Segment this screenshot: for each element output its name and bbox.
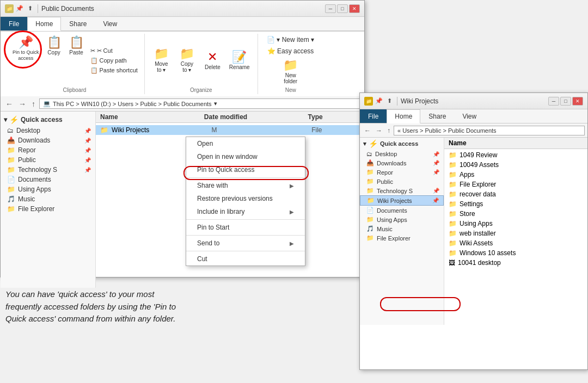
- ctx-cut[interactable]: Cut: [186, 252, 305, 265]
- tab-home[interactable]: Home: [27, 17, 61, 31]
- sidebar-item-documents[interactable]: 📄 Documents: [1, 175, 95, 184]
- up-button[interactable]: ↑: [30, 99, 37, 109]
- second-sidebar-item-tech[interactable]: 📁 Technology S 📌: [360, 186, 444, 195]
- sidebar-item-file-explorer[interactable]: 📁 File Explorer: [1, 204, 95, 214]
- sidebar-item-repor[interactable]: 📁 Repor 📌: [1, 145, 95, 155]
- address-path[interactable]: 💻 This PC > WIN10 (D:) > Users > Public …: [39, 98, 361, 109]
- ctx-include-library[interactable]: Include in library ▶: [186, 205, 305, 218]
- copy-button-icon: 📋: [47, 36, 62, 48]
- paste-shortcut-label: Paste shortcut: [100, 67, 138, 73]
- file-name: Store: [460, 210, 475, 218]
- ribbon-tabs: File Home Share View: [1, 17, 364, 30]
- sidebar-item-downloads[interactable]: 📥 Downloads 📌: [1, 135, 95, 145]
- paste-shortcut-button[interactable]: 📋 Paste shortcut: [88, 66, 140, 75]
- back-button[interactable]: ←: [363, 126, 372, 135]
- file-item-file-explorer[interactable]: 📁 File Explorer: [444, 180, 587, 189]
- maximize-button[interactable]: □: [337, 4, 348, 13]
- new-item-button[interactable]: 📄 ▾ New item ▾: [265, 35, 316, 45]
- back-button[interactable]: ←: [4, 99, 15, 109]
- folder-icon: 📁: [449, 239, 457, 247]
- maximize-button[interactable]: □: [560, 97, 571, 106]
- second-sidebar-item-desktop[interactable]: 🗂 Desktop 📌: [360, 150, 444, 158]
- ctx-restore[interactable]: Restore previous versions: [186, 192, 305, 205]
- close-button[interactable]: ✕: [572, 97, 583, 106]
- easy-access-button[interactable]: ⭐ Easy access: [265, 46, 316, 56]
- col-date-header: Date modified: [204, 113, 308, 121]
- file-item-apps[interactable]: 📁 Apps: [444, 170, 587, 180]
- second-sidebar-item-using-apps[interactable]: 📁 Using Apps: [360, 215, 444, 224]
- copy-path-button[interactable]: 📋 Copy path: [88, 56, 140, 65]
- file-item-10041-desktop[interactable]: 🖼 10041 desktop: [444, 258, 587, 268]
- file-name: Settings: [460, 200, 483, 208]
- file-item-using-apps[interactable]: 📁 Using Apps: [444, 219, 587, 228]
- tab-view[interactable]: View: [95, 17, 125, 30]
- file-item-store[interactable]: 📁 Store: [444, 209, 587, 219]
- second-sidebar-item-downloads[interactable]: 📥 Downloads 📌: [360, 158, 444, 168]
- ctx-share-with[interactable]: Share with ▶: [186, 179, 305, 192]
- file-item-wiki-assets[interactable]: 📁 Wiki Assets: [444, 238, 587, 248]
- minimize-button[interactable]: ─: [325, 4, 336, 13]
- move-to-button[interactable]: 📁 Moveto ▾: [149, 46, 174, 75]
- tab-view[interactable]: View: [454, 109, 485, 123]
- paste-button[interactable]: 📋 Paste: [66, 35, 87, 57]
- ctx-share-label: Share with: [197, 182, 228, 189]
- file-item-1049-review[interactable]: 📁 1049 Review: [444, 150, 587, 160]
- sidebar-item-label: Desktop: [16, 127, 40, 134]
- lightning-icon: ⚡: [9, 115, 19, 124]
- second-sidebar-item-wiki-projects[interactable]: 📁 Wiki Projects 📌: [360, 195, 444, 206]
- forward-button[interactable]: →: [374, 126, 384, 135]
- close-button[interactable]: ✕: [349, 4, 360, 13]
- minimize-button[interactable]: ─: [548, 97, 559, 106]
- sidebar-item-desktop[interactable]: 🗂 Desktop 📌: [1, 126, 95, 135]
- folder-icon: 📁: [5, 4, 14, 13]
- sidebar-item-using-apps[interactable]: 📁 Using Apps: [1, 184, 95, 194]
- file-item-wiki-projects[interactable]: 📁 Wiki Projects M File: [96, 125, 364, 135]
- tab-share[interactable]: Share: [61, 17, 95, 30]
- second-title-bar-sep: [397, 97, 397, 106]
- delete-button[interactable]: ✕ Delete: [200, 50, 225, 72]
- folder-icon: 📄: [366, 207, 374, 214]
- main-window-title: Public Documents: [41, 5, 322, 13]
- ctx-pin-start[interactable]: Pin to Start: [186, 221, 305, 234]
- second-sidebar-item-music[interactable]: 🎵 Music: [360, 224, 444, 233]
- copy-to-button[interactable]: 📁 Copyto ▾: [175, 46, 199, 75]
- address-text: This PC > WIN10 (D:) > Users > Public > …: [53, 101, 212, 107]
- file-item-windows-10-assets[interactable]: 📁 Windows 10 assets: [444, 248, 587, 258]
- pin-indicator: 📌: [433, 169, 439, 175]
- tab-file[interactable]: File: [1, 17, 27, 30]
- sidebar-item-music[interactable]: 🎵 Music: [1, 194, 95, 204]
- second-sidebar-section-quick-access[interactable]: ▾ ⚡ Quick access: [360, 138, 444, 150]
- folder-icon: 📁: [366, 187, 374, 194]
- up-button[interactable]: ↑: [385, 126, 392, 135]
- file-item-recover-data[interactable]: 📁 recover data: [444, 189, 587, 199]
- new-folder-button[interactable]: 📁 Newfolder: [278, 58, 303, 86]
- second-address-path[interactable]: « Users > Public > Public Documents: [394, 126, 585, 135]
- ctx-open[interactable]: Open: [186, 137, 305, 150]
- ctx-pin-quick-access[interactable]: Pin to Quick access: [186, 163, 305, 176]
- sidebar-item-public[interactable]: 📁 Public 📌: [1, 155, 95, 165]
- ctx-arrow-icon: ▶: [290, 183, 294, 189]
- rename-button[interactable]: 📝 Rename: [226, 50, 253, 72]
- file-item-settings[interactable]: 📁 Settings: [444, 199, 587, 209]
- tab-share[interactable]: Share: [420, 109, 454, 123]
- copy-button[interactable]: 📋 Copy: [44, 35, 65, 86]
- second-sidebar-item-repor[interactable]: 📁 Repor 📌: [360, 168, 444, 177]
- copy-button-label: Copy: [47, 50, 60, 55]
- sidebar-item-tech[interactable]: 📁 Technology S 📌: [1, 165, 95, 175]
- pin-to-quick-access-button[interactable]: 📌 Pin to Quickaccess: [9, 35, 42, 86]
- tab-home[interactable]: Home: [387, 109, 420, 123]
- file-name: Using Apps: [460, 220, 493, 227]
- second-sidebar-item-documents[interactable]: 📄 Documents: [360, 206, 444, 215]
- ctx-send-to[interactable]: Send to ▶: [186, 237, 305, 250]
- ctx-open-new-window[interactable]: Open in new window: [186, 150, 305, 163]
- forward-button[interactable]: →: [17, 99, 28, 109]
- file-item-web-installer[interactable]: 📁 web installer: [444, 228, 587, 238]
- second-sidebar-item-file-explorer[interactable]: 📁 File Explorer: [360, 233, 444, 243]
- second-sidebar-item-public[interactable]: 📁 Public: [360, 177, 444, 186]
- tab-file[interactable]: File: [360, 109, 387, 123]
- file-item-10049-assets[interactable]: 📁 10049 Assets: [444, 160, 587, 170]
- explorer-body: ▾ ⚡ Quick access 🗂 Desktop 📌 📥 Downloads…: [1, 112, 364, 288]
- second-window-controls: ─ □ ✕: [548, 97, 583, 106]
- cut-button[interactable]: ✂ ✂ Cut: [88, 46, 140, 55]
- sidebar-section-quick-access[interactable]: ▾ ⚡ Quick access: [1, 114, 95, 126]
